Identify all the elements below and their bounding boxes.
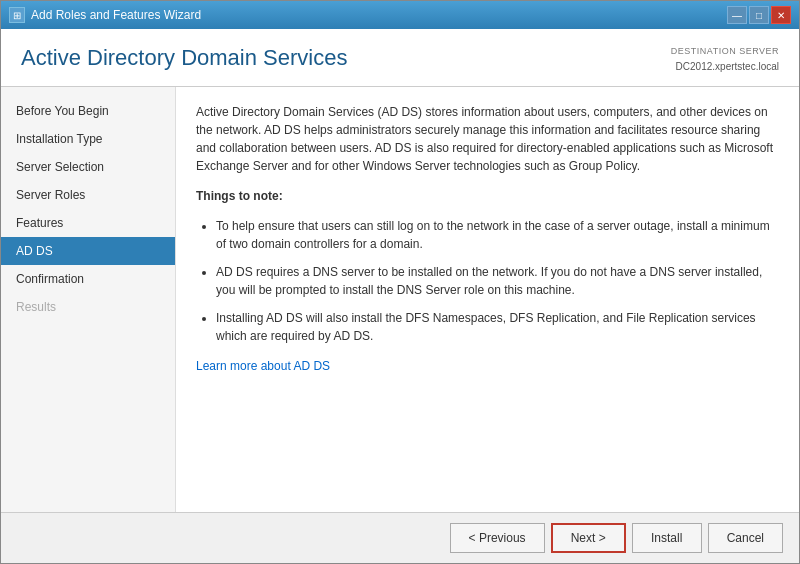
sidebar-item-ad-ds[interactable]: AD DS — [1, 237, 175, 265]
sidebar: Before You Begin Installation Type Serve… — [1, 87, 176, 513]
main-content-area: Active Directory Domain Services (AD DS)… — [176, 87, 799, 513]
minimize-button[interactable]: — — [727, 6, 747, 24]
title-bar-buttons: — □ ✕ — [727, 6, 791, 24]
destination-server-name: DC2012.xpertstec.local — [671, 59, 779, 74]
maximize-button[interactable]: □ — [749, 6, 769, 24]
sidebar-item-results: Results — [1, 293, 175, 321]
wizard-footer: < Previous Next > Install Cancel — [1, 512, 799, 563]
title-bar: ⊞ Add Roles and Features Wizard — □ ✕ — [1, 1, 799, 29]
cancel-button[interactable]: Cancel — [708, 523, 783, 553]
install-button[interactable]: Install — [632, 523, 702, 553]
previous-button[interactable]: < Previous — [450, 523, 545, 553]
sidebar-item-before-you-begin[interactable]: Before You Begin — [1, 97, 175, 125]
sidebar-item-server-selection[interactable]: Server Selection — [1, 153, 175, 181]
window-icon: ⊞ — [9, 7, 25, 23]
bullet-item-3: Installing AD DS will also install the D… — [216, 309, 779, 345]
next-button[interactable]: Next > — [551, 523, 626, 553]
bullet-item-1: To help ensure that users can still log … — [216, 217, 779, 253]
wizard-window: ⊞ Add Roles and Features Wizard — □ ✕ Ac… — [0, 0, 800, 564]
intro-paragraph: Active Directory Domain Services (AD DS)… — [196, 103, 779, 175]
close-button[interactable]: ✕ — [771, 6, 791, 24]
learn-more-link[interactable]: Learn more about AD DS — [196, 359, 330, 373]
sidebar-item-features[interactable]: Features — [1, 209, 175, 237]
bullet-list: To help ensure that users can still log … — [196, 217, 779, 345]
wizard-body: Active Directory Domain Services DESTINA… — [1, 29, 799, 563]
sidebar-item-installation-type[interactable]: Installation Type — [1, 125, 175, 153]
wizard-header-title: Active Directory Domain Services — [21, 45, 347, 71]
destination-label: DESTINATION SERVER — [671, 45, 779, 59]
bullet-item-2: AD DS requires a DNS server to be instal… — [216, 263, 779, 299]
destination-server-info: DESTINATION SERVER DC2012.xpertstec.loca… — [671, 45, 779, 74]
title-bar-left: ⊞ Add Roles and Features Wizard — [9, 7, 201, 23]
wizard-header: Active Directory Domain Services DESTINA… — [1, 29, 799, 87]
things-to-note-label: Things to note: — [196, 187, 779, 205]
sidebar-item-confirmation[interactable]: Confirmation — [1, 265, 175, 293]
window-title: Add Roles and Features Wizard — [31, 8, 201, 22]
sidebar-item-server-roles[interactable]: Server Roles — [1, 181, 175, 209]
wizard-content: Before You Begin Installation Type Serve… — [1, 87, 799, 513]
